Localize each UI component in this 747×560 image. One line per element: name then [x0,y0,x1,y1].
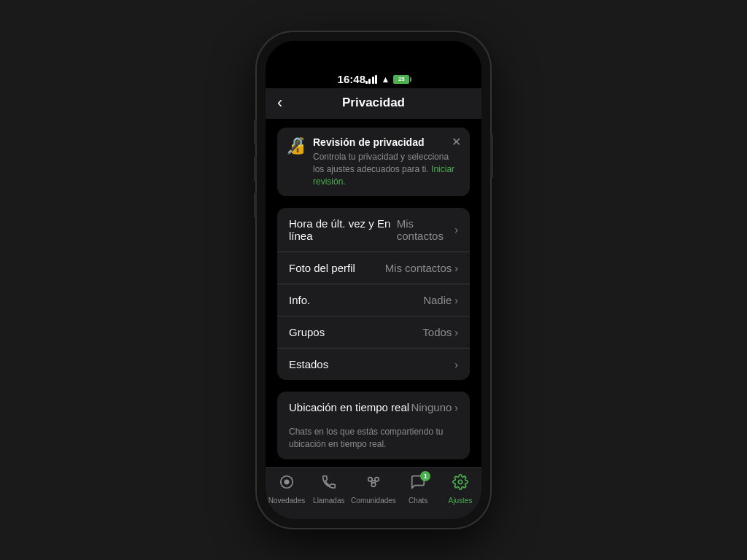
info-value-area: Nadie › [423,294,458,306]
groups-value-area: Todos › [422,326,458,338]
close-banner-button[interactable]: ✕ [452,135,461,149]
chevron-icon: › [454,295,458,306]
ajustes-label: Ajustes [449,497,473,505]
estados-value-area: › [454,359,458,370]
location-value: Ninguno [411,401,452,413]
groups-value: Todos [422,326,452,338]
groups-row[interactable]: Grupos Todos › [277,316,470,349]
chevron-icon: › [454,327,458,338]
location-row[interactable]: Ubicación en tiempo real Ninguno › [277,392,470,423]
nav-header: ‹ Privacidad [266,88,481,119]
location-subtitle: Chats en los que estás compartiendo tu u… [277,423,470,459]
profile-photo-label: Foto del perfil [289,262,355,274]
wifi-icon: ▲ [381,74,390,85]
chats-badge: 1 [420,471,430,481]
novedades-icon [279,474,295,494]
content-area: 🔏 Revisión de privacidad Controla tu pri… [266,119,481,467]
status-icons: ▲ 25 [365,74,409,85]
chevron-icon: › [454,402,458,413]
estados-label: Estados [289,358,328,370]
banner-description: Controla tu privacidad y selecciona los … [313,151,461,187]
estados-row[interactable]: Estados › [277,349,470,380]
tab-llamadas[interactable]: Llamadas [309,474,349,505]
location-group: Ubicación en tiempo real Ninguno › Chats… [277,392,470,459]
location-value-area: Ninguno › [411,401,458,413]
tab-bar: Novedades Llamadas [266,467,481,519]
signal-icon [365,75,378,84]
banner-title: Revisión de privacidad [313,136,461,148]
phone-device: 16:48 ▲ 25 ‹ Privacidad 🔏 [257,32,490,528]
banner-text-area: Revisión de privacidad Controla tu priva… [313,136,461,187]
tab-novedades[interactable]: Novedades [266,474,306,505]
tab-ajustes[interactable]: Ajustes [441,474,481,505]
svg-point-5 [458,480,462,484]
tab-comunidades[interactable]: Comunidades [351,474,396,505]
dynamic-island [341,41,406,57]
svg-point-3 [368,478,373,482]
status-time: 16:48 [338,73,365,85]
groups-label: Grupos [289,326,325,338]
last-seen-label: Hora de últ. vez y En línea [289,217,397,242]
top-area: 16:48 ▲ 25 [266,41,481,88]
status-bar: 16:48 ▲ 25 [320,64,427,88]
privacy-banner: 🔏 Revisión de privacidad Controla tu pri… [277,128,470,196]
llamadas-label: Llamadas [313,497,344,505]
chevron-icon: › [454,359,458,370]
ajustes-icon [452,474,468,494]
privacy-lock-icon: 🔏 [286,136,306,155]
last-seen-value-area: Mis contactos › [397,217,458,242]
chevron-icon: › [454,262,458,274]
chats-label: Chats [409,497,427,505]
last-seen-row[interactable]: Hora de últ. vez y En línea Mis contacto… [277,208,470,252]
battery-icon: 25 [393,75,409,84]
info-value: Nadie [423,294,452,306]
novedades-label: Novedades [268,497,306,505]
info-label: Info. [289,294,310,306]
llamadas-icon [321,474,337,494]
comunidades-label: Comunidades [351,497,396,505]
privacy-settings-group: Hora de últ. vez y En línea Mis contacto… [277,208,470,380]
svg-point-1 [285,480,289,484]
phone-screen: 16:48 ▲ 25 ‹ Privacidad 🔏 [266,41,481,519]
profile-photo-value: Mis contactos [385,262,452,274]
profile-photo-row[interactable]: Foto del perfil Mis contactos › [277,252,470,284]
chevron-icon: › [454,224,458,236]
tab-chats[interactable]: 1 Chats [398,474,438,505]
chats-icon: 1 [410,474,426,494]
page-title: Privacidad [342,96,405,110]
svg-point-2 [375,478,379,482]
comunidades-icon [365,474,382,494]
location-label: Ubicación en tiempo real [289,401,409,413]
back-button[interactable]: ‹ [277,93,282,112]
last-seen-value: Mis contactos [397,217,452,242]
info-row[interactable]: Info. Nadie › [277,284,470,316]
profile-photo-value-area: Mis contactos › [385,262,458,274]
